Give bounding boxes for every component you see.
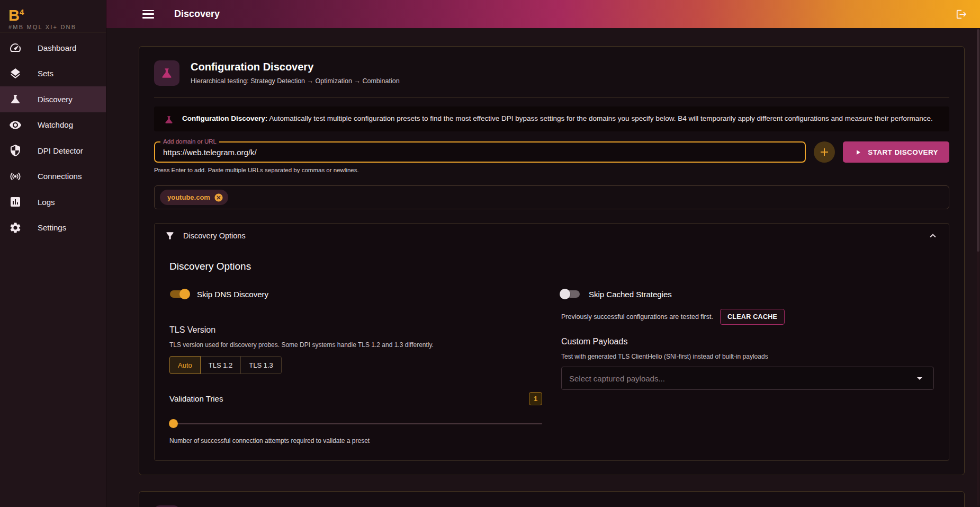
validation-tries-row: Validation Tries 1 <box>169 392 542 405</box>
logout-icon[interactable] <box>956 8 967 20</box>
gear-icon <box>9 221 22 234</box>
options-right-column: Skip Cached Strategies Previously succes… <box>561 287 934 444</box>
sidebar-item-dpi-detector[interactable]: DPI Detector <box>0 138 106 164</box>
cache-helper-row: Previously successful configurations are… <box>561 308 934 325</box>
skip-dns-label: Skip DNS Discovery <box>197 290 268 299</box>
payloads-select-placeholder: Select captured payloads... <box>569 374 665 383</box>
domain-input-wrap: Add domain or URL <box>154 141 806 163</box>
tls-option-auto[interactable]: Auto <box>169 356 201 374</box>
sidebar-item-discovery[interactable]: Discovery <box>0 86 106 112</box>
sidebar-item-sets[interactable]: Sets <box>0 61 106 87</box>
flask-icon <box>9 93 22 105</box>
layers-icon <box>9 67 22 80</box>
sidebar-nav: Dashboard Sets Discovery Watchdog DPI De… <box>0 32 106 241</box>
tls-version-button-group: Auto TLS 1.2 TLS 1.3 <box>169 356 542 374</box>
chevron-up-icon[interactable] <box>927 230 939 242</box>
clear-cache-button[interactable]: CLEAR CACHE <box>720 309 785 325</box>
logo-letter: B <box>8 7 20 24</box>
info-banner-lead: Configuration Discovery: <box>182 114 267 122</box>
sidebar-item-label: DPI Detector <box>38 146 83 155</box>
start-discovery-button[interactable]: START DISCOVERY <box>843 141 949 163</box>
sidebar-item-label: Discovery <box>38 95 73 104</box>
chevron-down-icon <box>913 372 926 385</box>
domain-input[interactable] <box>155 148 805 157</box>
bar-chart-icon <box>9 195 22 208</box>
plus-icon <box>818 146 831 158</box>
info-banner-body: Automatically test multiple configuratio… <box>267 114 932 122</box>
skip-cached-toggle[interactable] <box>561 289 580 299</box>
cache-helper-text: Previously successful configurations are… <box>561 313 713 321</box>
sidebar-item-label: Settings <box>38 223 66 232</box>
logo-subtitle: #MB MQL XI+ DNB <box>8 24 106 30</box>
signal-icon <box>9 170 22 183</box>
payloads-select[interactable]: Select captured payloads... <box>561 367 934 390</box>
validation-tries-helper: Number of successful connection attempts… <box>169 437 542 444</box>
scrollbar <box>977 29 979 506</box>
sidebar-item-label: Logs <box>38 198 55 207</box>
skip-dns-toggle[interactable] <box>169 289 188 299</box>
custom-payloads-description: Test with generated TLS ClientHello (SNI… <box>561 353 934 360</box>
input-helper-text: Press Enter to add. Paste multiple URLs … <box>154 167 949 173</box>
start-discovery-label: START DISCOVERY <box>868 148 938 156</box>
flask-icon-box <box>154 60 179 86</box>
flask-icon <box>164 114 174 125</box>
sidebar-item-watchdog[interactable]: Watchdog <box>0 112 106 138</box>
logo-sup: 4 <box>20 7 24 16</box>
scrollbar-thumb[interactable] <box>977 29 979 252</box>
skip-cached-label: Skip Cached Strategies <box>589 290 672 299</box>
options-panel-body: Discovery Options Skip DNS Discovery TLS… <box>155 248 949 460</box>
discovery-options-accordion-header[interactable]: Discovery Options <box>155 224 949 248</box>
domain-input-label: Add domain or URL <box>160 138 219 145</box>
skip-cached-row: Skip Cached Strategies <box>561 287 934 301</box>
tls-option-1-3[interactable]: TLS 1.3 <box>240 356 282 374</box>
app-root: B4 #MB MQL XI+ DNB Dashboard Sets Discov… <box>0 0 980 507</box>
domain-chip-label: youtube.com <box>167 193 210 201</box>
domain-input-row: Add domain or URL START DISCOVERY <box>154 141 949 163</box>
tls-version-heading: TLS Version <box>169 325 542 335</box>
previous-results-card: Previous Results <box>139 491 965 507</box>
sidebar-item-label: Watchdog <box>38 120 73 129</box>
domain-chip[interactable]: youtube.com <box>160 190 228 205</box>
card-header: Configuration Discovery Hierarchical tes… <box>154 60 949 86</box>
configuration-discovery-card: Configuration Discovery Hierarchical tes… <box>139 46 965 475</box>
play-icon <box>854 148 862 156</box>
sidebar-logo-block: B4 #MB MQL XI+ DNB <box>0 0 106 32</box>
validation-tries-value: 1 <box>529 392 542 405</box>
main-content: Configuration Discovery Hierarchical tes… <box>106 28 980 507</box>
sidebar-item-label: Connections <box>38 172 82 181</box>
discovery-options-panel: Discovery Options Discovery Options Skip… <box>154 223 949 461</box>
tls-version-description: TLS version used for discovery probes. S… <box>169 341 542 349</box>
top-bar: Discovery <box>106 0 980 28</box>
card-title: Configuration Discovery <box>191 61 400 73</box>
page-title: Discovery <box>174 8 220 20</box>
options-left-column: Skip DNS Discovery TLS Version TLS versi… <box>169 287 542 444</box>
sidebar: B4 #MB MQL XI+ DNB Dashboard Sets Discov… <box>0 0 106 507</box>
validation-tries-label: Validation Tries <box>169 394 223 403</box>
slider-track[interactable] <box>169 423 542 424</box>
flask-icon <box>160 66 174 80</box>
add-domain-button[interactable] <box>814 141 835 163</box>
sidebar-item-settings[interactable]: Settings <box>0 215 106 241</box>
options-heading: Discovery Options <box>169 261 934 272</box>
sidebar-item-connections[interactable]: Connections <box>0 164 106 190</box>
domain-chip-list: youtube.com <box>154 185 949 209</box>
eye-icon <box>9 119 22 131</box>
sidebar-item-label: Dashboard <box>38 43 76 52</box>
skip-dns-row: Skip DNS Discovery <box>169 287 542 301</box>
speedometer-icon <box>9 41 22 54</box>
app-logo: B4 <box>8 4 106 23</box>
validation-tries-slider[interactable] <box>169 419 542 428</box>
filter-icon <box>165 230 175 241</box>
card-subtitle: Hierarchical testing: Strategy Detection… <box>191 77 400 85</box>
options-header-label: Discovery Options <box>183 232 246 240</box>
sidebar-item-dashboard[interactable]: Dashboard <box>0 35 106 61</box>
menu-icon[interactable] <box>142 10 154 19</box>
tls-option-1-2[interactable]: TLS 1.2 <box>200 356 241 374</box>
info-banner-text: Configuration Discovery: Automatically t… <box>182 113 933 125</box>
custom-payloads-heading: Custom Payloads <box>561 337 934 346</box>
divider <box>154 97 949 98</box>
info-banner: Configuration Discovery: Automatically t… <box>154 106 949 131</box>
slider-knob[interactable] <box>169 419 178 428</box>
sidebar-item-logs[interactable]: Logs <box>0 189 106 215</box>
chip-remove-icon[interactable] <box>214 193 223 202</box>
